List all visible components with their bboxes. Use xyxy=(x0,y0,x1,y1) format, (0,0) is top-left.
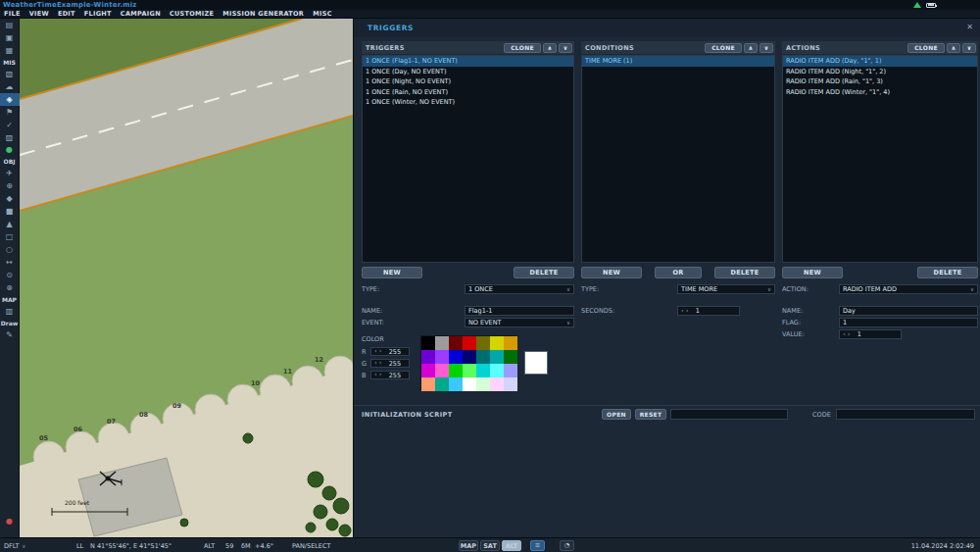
trigger-list-item[interactable]: 1 ONCE (Rain, NO EVENT) xyxy=(363,87,573,98)
delete-trigger-button[interactable]: DELETE xyxy=(514,267,574,278)
palette-color-cell[interactable] xyxy=(490,364,504,377)
palette-color-cell[interactable] xyxy=(490,350,504,364)
palette-color-cell[interactable] xyxy=(504,377,517,391)
increment-icon[interactable]: › xyxy=(848,331,851,338)
map-options-icon[interactable]: ▥ xyxy=(0,305,20,318)
action-list-item[interactable]: RADIO ITEM ADD (Rain, "1", 3) xyxy=(783,76,977,87)
action-list-item[interactable]: RADIO ITEM ADD (Night, "1", 2) xyxy=(783,67,977,77)
grid-toggle-icon[interactable]: ≡ xyxy=(530,540,545,551)
clock-icon[interactable]: ◔ xyxy=(560,540,574,551)
new-mission-icon[interactable]: ▤ xyxy=(0,19,20,31)
delete-condition-button[interactable]: DELETE xyxy=(714,267,775,278)
palette-color-cell[interactable] xyxy=(449,364,463,377)
action-name-input[interactable] xyxy=(839,306,978,316)
new-condition-button[interactable]: NEW xyxy=(581,267,642,278)
init-script-input[interactable] xyxy=(670,409,788,420)
green-stepper[interactable]: ‹ › 255 xyxy=(370,359,410,368)
palette-color-cell[interactable] xyxy=(463,350,476,364)
menu-item[interactable]: FILE xyxy=(4,10,21,18)
palette-color-cell[interactable] xyxy=(504,336,517,350)
clone-action-button[interactable]: CLONE xyxy=(907,43,945,53)
trigger-list-item[interactable]: 1 ONCE (Day, NO EVENT) xyxy=(363,67,573,77)
palette-color-cell[interactable] xyxy=(421,377,435,391)
move-condition-up-button[interactable]: ∧ xyxy=(744,43,758,53)
palette-color-cell[interactable] xyxy=(463,364,476,377)
palette-color-cell[interactable] xyxy=(449,350,463,364)
layer-dropdown[interactable]: DFLT ∨ xyxy=(4,542,25,550)
palette-color-cell[interactable] xyxy=(449,377,463,391)
condition-list-item[interactable]: TIME MORE (1) xyxy=(582,56,774,67)
palette-color-cell[interactable] xyxy=(504,350,517,364)
resources-icon[interactable]: ▨ xyxy=(0,131,20,144)
palette-color-cell[interactable] xyxy=(476,336,490,350)
increment-icon[interactable]: › xyxy=(379,348,382,355)
menu-item[interactable]: EDIT xyxy=(58,10,75,18)
move-condition-down-button[interactable]: ∨ xyxy=(760,43,773,53)
palette-color-cell[interactable] xyxy=(421,350,435,364)
draw-tool-icon[interactable]: ✎ xyxy=(0,328,20,341)
map-view[interactable]: 05 06 07 08 09 10 11 12 200 feet xyxy=(20,19,353,537)
goals-icon[interactable]: ⚑ xyxy=(0,106,20,119)
action-flag-input[interactable] xyxy=(839,318,978,327)
move-trigger-down-button[interactable]: ∨ xyxy=(559,43,572,53)
palette-color-cell[interactable] xyxy=(504,364,517,377)
close-icon[interactable]: ✕ xyxy=(966,23,973,31)
palette-color-cell[interactable] xyxy=(476,350,490,364)
action-list-item[interactable]: RADIO ITEM ADD (Winter, "1", 4) xyxy=(783,87,977,98)
decrement-icon[interactable]: ‹ xyxy=(374,360,377,367)
code-input[interactable] xyxy=(836,409,975,420)
seconds-stepper[interactable]: ‹ › 1 xyxy=(677,306,740,316)
move-trigger-up-button[interactable]: ∧ xyxy=(543,43,557,53)
menu-item[interactable]: FLIGHT xyxy=(84,10,112,18)
palette-color-cell[interactable] xyxy=(463,377,476,391)
vehicle-icon[interactable]: ■ xyxy=(0,205,20,218)
checklist-icon[interactable]: ✓ xyxy=(0,119,20,131)
delete-action-button[interactable]: DELETE xyxy=(917,267,978,278)
move-action-up-button[interactable]: ∧ xyxy=(947,43,960,53)
palette-color-cell[interactable] xyxy=(421,336,435,350)
palette-color-cell[interactable] xyxy=(421,364,435,377)
trigger-zone-icon[interactable]: ○ xyxy=(0,243,20,256)
trigger-list-item[interactable]: 1 ONCE (Night, NO EVENT) xyxy=(363,76,573,87)
trigger-name-input[interactable] xyxy=(465,306,574,316)
palette-color-cell[interactable] xyxy=(476,377,490,391)
trigger-list-item[interactable]: 1 ONCE (Flag1-1, NO EVENT) xyxy=(363,56,573,67)
palette-color-cell[interactable] xyxy=(435,364,449,377)
distance-tool-icon[interactable]: ↔ xyxy=(0,256,20,269)
menu-item[interactable]: MISSION GENERATOR xyxy=(222,10,304,18)
palette-color-cell[interactable] xyxy=(449,336,463,350)
clone-condition-button[interactable]: CLONE xyxy=(705,43,742,53)
blue-stepper[interactable]: ‹ › 255 xyxy=(370,371,410,379)
reset-script-button[interactable]: RESET xyxy=(635,409,666,420)
palette-color-cell[interactable] xyxy=(435,336,449,350)
action-type-dropdown[interactable]: RADIO ITEM ADD ∨ xyxy=(839,284,978,294)
trigger-event-dropdown[interactable]: NO EVENT ∨ xyxy=(465,318,574,327)
palette-color-cell[interactable] xyxy=(476,364,490,377)
briefing-icon[interactable]: ▧ xyxy=(0,68,20,80)
static-object-icon[interactable]: ▲ xyxy=(0,218,20,230)
waypoint-icon[interactable]: ⊙ xyxy=(0,269,20,281)
open-mission-icon[interactable]: ▣ xyxy=(0,31,20,44)
erase-icon[interactable]: ⊗ xyxy=(0,281,20,294)
alt-layer-button[interactable]: ALT xyxy=(502,540,521,551)
palette-color-cell[interactable] xyxy=(490,377,504,391)
new-trigger-button[interactable]: NEW xyxy=(362,267,422,278)
sat-layer-button[interactable]: SAT xyxy=(480,540,500,551)
menu-item[interactable]: VIEW xyxy=(29,10,49,18)
menu-item[interactable]: CUSTOMIZE xyxy=(170,10,214,18)
open-script-button[interactable]: OPEN xyxy=(602,409,631,420)
palette-color-cell[interactable] xyxy=(435,377,449,391)
or-condition-button[interactable]: OR xyxy=(655,267,702,278)
save-mission-icon[interactable]: ▦ xyxy=(0,44,20,57)
action-list-item[interactable]: RADIO ITEM ADD (Day, "1", 1) xyxy=(783,56,977,67)
condition-type-dropdown[interactable]: TIME MORE ∨ xyxy=(677,284,775,294)
ship-icon[interactable]: ◆ xyxy=(0,192,20,205)
decrement-icon[interactable]: ‹ xyxy=(681,308,684,315)
map-layer-button[interactable]: MAP xyxy=(459,540,478,551)
template-icon[interactable]: □ xyxy=(0,230,20,243)
decrement-icon[interactable]: ‹ xyxy=(374,372,377,378)
increment-icon[interactable]: › xyxy=(379,360,382,367)
aircraft-icon[interactable]: ✈ xyxy=(0,167,20,179)
palette-color-cell[interactable] xyxy=(463,336,476,350)
new-action-button[interactable]: NEW xyxy=(782,267,843,278)
